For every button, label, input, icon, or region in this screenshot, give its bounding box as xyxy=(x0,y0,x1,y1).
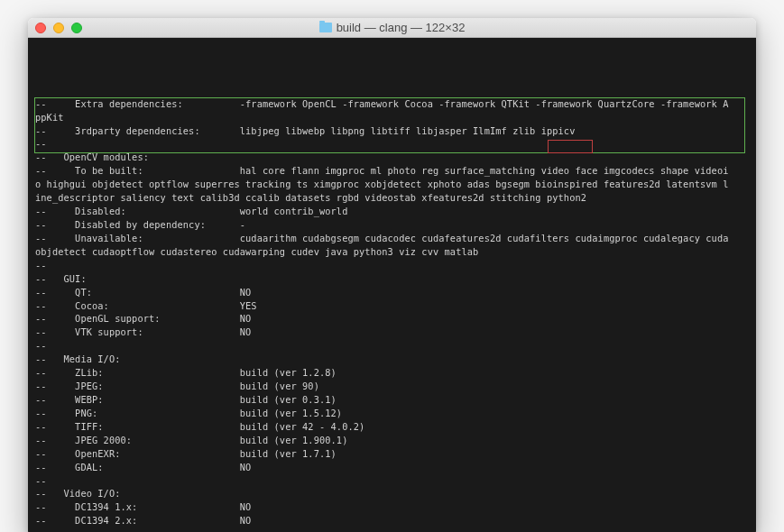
titlebar[interactable]: build — clang — 122×32 xyxy=(28,18,756,38)
terminal-line: -- VTK support: NO xyxy=(35,326,749,339)
terminal-line: -- Cocoa: YES xyxy=(35,299,749,313)
terminal-line: ine_descriptor saliency text calib3d cca… xyxy=(35,191,749,205)
folder-icon xyxy=(319,23,332,32)
terminal-line: -- JPEG 2000: build (ver 1.900.1) xyxy=(35,434,749,447)
minimize-icon[interactable] xyxy=(53,23,64,33)
zoom-icon[interactable] xyxy=(71,23,82,33)
terminal-line: -- ZLib: build (ver 1.2.8) xyxy=(35,366,749,380)
terminal-line: ppKit xyxy=(35,111,749,124)
terminal-line: -- Disabled: world contrib_world xyxy=(35,205,749,218)
terminal-line: -- 3rdparty dependencies: libjpeg libweb… xyxy=(35,124,749,138)
terminal-line: objdetect cudaoptflow cudastereo cudawar… xyxy=(35,245,749,259)
terminal-line: -- xyxy=(35,339,749,353)
terminal-line: -- Media I/O: xyxy=(35,353,749,366)
terminal-output[interactable]: -- Extra dependencies: -framework OpenCL… xyxy=(28,38,756,532)
close-icon[interactable] xyxy=(35,23,46,33)
terminal-line: -- Disabled by dependency: - xyxy=(35,218,749,232)
terminal-line: -- Extra dependencies: -framework OpenCL… xyxy=(35,97,749,111)
terminal-line: -- OpenGL support: NO xyxy=(35,312,749,326)
terminal-line: -- JPEG: build (ver 90) xyxy=(35,380,749,393)
window-buttons xyxy=(35,23,82,33)
terminal-line: -- GUI: xyxy=(35,272,749,286)
terminal-line: -- DC1394 2.x: NO xyxy=(35,514,749,527)
terminal-line: -- PNG: build (ver 1.5.12) xyxy=(35,407,749,420)
title-text: build — clang — 122×32 xyxy=(337,21,466,34)
terminal-line: -- OpenCV modules: xyxy=(35,151,749,164)
terminal-line: -- To be built: hal core flann imgproc m… xyxy=(35,164,749,178)
terminal-line: -- QT: NO xyxy=(35,286,749,299)
terminal-line: -- Unavailable: cudaarithm cudabgsegm cu… xyxy=(35,232,749,245)
terminal-line: -- OpenEXR: build (ver 1.7.1) xyxy=(35,447,749,461)
terminal-line: -- xyxy=(35,259,749,272)
terminal-line: -- xyxy=(35,474,749,488)
terminal-line: -- GDAL: NO xyxy=(35,461,749,474)
terminal-line: o highgui objdetect optflow superres tra… xyxy=(35,178,749,191)
terminal-line: -- DC1394 1.x: NO xyxy=(35,500,749,514)
terminal-line: -- xyxy=(35,137,749,151)
terminal-line: -- Video I/O: xyxy=(35,487,749,500)
terminal-window: build — clang — 122×32 -- Extra dependen… xyxy=(28,18,756,532)
window-title: build — clang — 122×32 xyxy=(28,21,756,34)
terminal-line: -- TIFF: build (ver 42 - 4.0.2) xyxy=(35,420,749,434)
terminal-line: -- WEBP: build (ver 0.3.1) xyxy=(35,393,749,407)
